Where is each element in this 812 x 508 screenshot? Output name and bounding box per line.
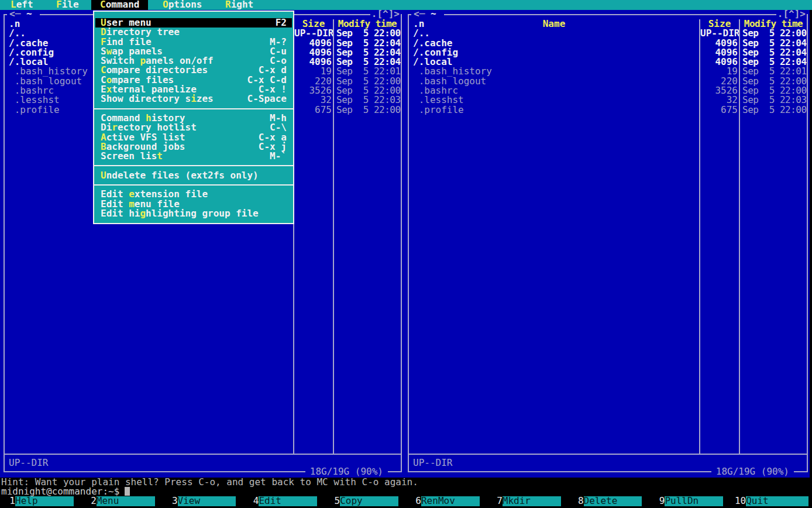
- left-panel-path-bar[interactable]: <─ ~: [7, 9, 40, 19]
- column-header-name[interactable]: Name: [409, 19, 699, 29]
- file-mtime: Sep 5 22:03: [334, 95, 401, 105]
- fkey-10-quit[interactable]: 10Quit: [731, 496, 812, 506]
- menu-item-shortcut: F2: [276, 18, 287, 28]
- right-ministatus: UP--DIR: [413, 458, 452, 468]
- fkey-label: Menu: [97, 496, 155, 506]
- shell-prompt[interactable]: midnight@commander:~$: [1, 487, 130, 496]
- file-row-profile[interactable]: .profile675Sep 5 22:00: [409, 105, 807, 115]
- file-mtime: Sep 5 22:00: [740, 77, 807, 86]
- file-mtime: Sep 5 22:04: [334, 39, 401, 48]
- file-size: 675: [700, 105, 739, 115]
- fkey-8-delete[interactable]: 8Delete: [569, 496, 650, 506]
- file-row-bash-history[interactable]: .bash_history19Sep 5 22:01: [409, 67, 807, 76]
- right-file-list: .nNameSizeModify time/..UP--DIRSep 5 22:…: [409, 19, 807, 115]
- left-panel-history-icon[interactable]: .[^]>: [370, 9, 401, 19]
- column-header-size[interactable]: Size: [294, 19, 333, 29]
- file-mtime: Sep 5 22:04: [334, 57, 401, 67]
- fkey-label: Edit: [259, 496, 317, 506]
- file-row-bash-logout[interactable]: .bash_logout220Sep 5 22:00: [409, 77, 807, 86]
- file-size: 32: [700, 95, 739, 105]
- menu-item-show-directory-sizes[interactable]: Show directory sizesC-Space: [95, 94, 292, 104]
- file-size: 675: [294, 105, 333, 115]
- menu-item-shortcut: C-Space: [247, 94, 287, 104]
- file-size: 4096: [294, 57, 333, 67]
- fkey-number: 8: [569, 496, 584, 506]
- menu-item-label: Edit highlighting group file: [101, 209, 259, 218]
- file-size: 4096: [700, 39, 739, 48]
- fkey-label: Quit: [746, 496, 808, 506]
- fkey-number: 2: [81, 496, 97, 506]
- menu-item-undelete-files-ext2fs-only[interactable]: Undelete files (ext2fs only): [95, 171, 292, 180]
- fkey-5-copy[interactable]: 5Copy: [325, 496, 406, 506]
- file-size: 4096: [294, 48, 333, 57]
- menubar-item-left[interactable]: Left: [11, 0, 33, 10]
- file-mtime: Sep 5 22:00: [334, 77, 401, 86]
- command-dropdown-menu: User menuF2Directory treeFind fileM-?Swa…: [93, 11, 294, 224]
- file-name: /..: [409, 29, 699, 38]
- file-name: /.cache: [409, 39, 699, 48]
- file-size: 4096: [700, 57, 739, 67]
- fkey-number: 5: [325, 496, 340, 506]
- file-size: 3526: [700, 86, 739, 95]
- fkey-1-help[interactable]: 1Help: [0, 496, 81, 506]
- file-mtime: Sep 5 22:00: [334, 86, 401, 95]
- menu-separator: [94, 161, 293, 170]
- right-panel-path-bar[interactable]: <─ ~: [411, 9, 444, 19]
- file-row-lesshst[interactable]: .lesshst32Sep 5 22:03: [409, 95, 807, 105]
- column-header-size[interactable]: Size: [700, 19, 739, 29]
- file-size: 32: [294, 95, 333, 105]
- menu-separator: [94, 104, 293, 114]
- menubar-item-options[interactable]: Options: [163, 0, 202, 10]
- file-size: 4096: [294, 39, 333, 48]
- fkey-label: PullDn: [665, 496, 723, 506]
- right-panel-header: .nNameSizeModify time: [409, 19, 807, 29]
- file-mtime: Sep 5 22:04: [740, 39, 807, 48]
- right-panel-history-icon[interactable]: .[^]>: [776, 9, 807, 19]
- ministatus-divider: [409, 454, 807, 455]
- file-size: 220: [700, 77, 739, 86]
- file-size: UP--DIR: [294, 29, 333, 38]
- file-row-config[interactable]: /.config4096Sep 5 22:04: [409, 48, 807, 57]
- fkey-number: 1: [0, 496, 15, 506]
- file-row-cache[interactable]: /.cache4096Sep 5 22:04: [409, 39, 807, 48]
- fkey-number: 4: [243, 496, 259, 506]
- menubar-item-right[interactable]: Right: [225, 0, 253, 10]
- file-mtime: Sep 5 22:00: [740, 105, 807, 115]
- fkey-label: Help: [15, 496, 74, 506]
- ministatus-divider: [5, 454, 401, 455]
- column-separator: [699, 19, 700, 454]
- fkey-number: 9: [649, 496, 665, 506]
- menu-item-edit-highlighting-group-file[interactable]: Edit highlighting group file: [95, 209, 292, 218]
- fkey-2-menu[interactable]: 2Menu: [81, 496, 163, 506]
- fkey-label: RenMov: [421, 496, 480, 506]
- menubar-item-file[interactable]: File: [56, 0, 79, 10]
- menu-item-label: Screen list: [101, 152, 163, 161]
- file-mtime: Sep 5 22:04: [334, 48, 401, 57]
- file-mtime: Sep 5 22:00: [334, 29, 401, 38]
- terminal-cursor: [125, 487, 130, 496]
- menu-separator: [94, 180, 293, 190]
- file-row-bashrc[interactable]: .bashrc3526Sep 5 22:00: [409, 86, 807, 95]
- fkey-4-edit[interactable]: 4Edit: [243, 496, 325, 506]
- file-row-[interactable]: /..UP--DIRSep 5 22:00: [409, 29, 807, 38]
- fkey-7-mkdir[interactable]: 7Mkdir: [487, 496, 569, 506]
- file-mtime: Sep 5 22:00: [740, 29, 807, 38]
- file-mtime: Sep 5 22:04: [740, 48, 807, 57]
- file-row-local[interactable]: /.local4096Sep 5 22:04: [409, 57, 807, 67]
- menu-item-screen-list[interactable]: Screen listM-`: [95, 152, 292, 161]
- menu-item-label: Show directory sizes: [101, 94, 214, 104]
- file-mtime: Sep 5 22:01: [740, 67, 807, 76]
- column-header-mtime[interactable]: Modify time: [740, 19, 807, 29]
- file-mtime: Sep 5 22:03: [740, 95, 807, 105]
- file-name: .lesshst: [409, 95, 699, 105]
- fkey-number: 3: [163, 496, 178, 506]
- file-size: 19: [294, 67, 333, 76]
- fkey-9-pulldn[interactable]: 9PullDn: [649, 496, 731, 506]
- fkey-number: 10: [731, 496, 746, 506]
- file-mtime: Sep 5 22:00: [740, 86, 807, 95]
- column-header-mtime[interactable]: Modify time: [334, 19, 401, 29]
- fkey-6-renmov[interactable]: 6RenMov: [406, 496, 487, 506]
- fkey-3-view[interactable]: 3View: [163, 496, 244, 506]
- menu-item-shortcut: M-`: [270, 152, 287, 161]
- menubar-item-command[interactable]: Command: [91, 0, 148, 10]
